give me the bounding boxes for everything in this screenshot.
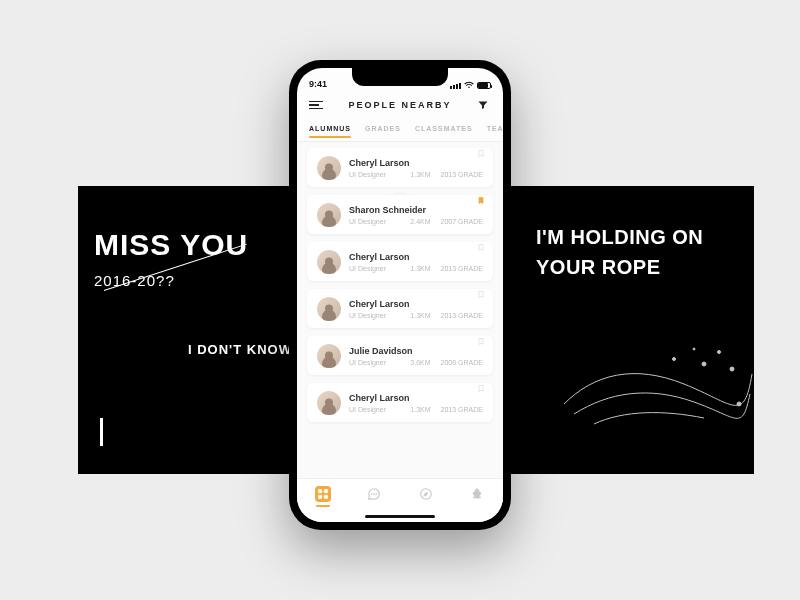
person-name: Cheryl Larson [349, 158, 483, 169]
club-icon [469, 486, 485, 502]
water-splash-graphic [554, 314, 754, 454]
avatar [317, 391, 341, 415]
person-role: UI Designer [349, 218, 386, 225]
person-role: UI Designer [349, 265, 386, 272]
tab-classmates[interactable]: CLASSMATES [415, 125, 473, 137]
svg-point-12 [376, 493, 377, 494]
avatar [317, 203, 341, 227]
avatar [317, 156, 341, 180]
grid-icon [315, 486, 331, 502]
person-name: Cheryl Larson [349, 299, 483, 310]
battery-icon [477, 82, 491, 89]
svg-point-10 [371, 493, 372, 494]
person-grade: 2013 GRADE [441, 406, 483, 413]
filter-button[interactable] [477, 98, 491, 112]
svg-point-5 [737, 402, 741, 406]
person-info: Cheryl LarsonUI Designer1.3KM2013 GRADE [349, 252, 483, 273]
promo-right-line2: YOUR ROPE [536, 256, 661, 279]
person-grade: 2013 GRADE [441, 312, 483, 319]
person-grade: 2007 GRADE [441, 218, 483, 225]
person-card[interactable]: Cheryl LarsonUI Designer1.3KM2013 GRADE [307, 242, 493, 281]
person-distance: 1.3KM [410, 406, 430, 413]
category-tabs: ALUMNUSGRADESCLASSMATESTEACHERS [297, 120, 503, 142]
person-card[interactable]: Cheryl LarsonUI Designer1.3KM2013 GRADE [307, 148, 493, 187]
bookmark-icon[interactable] [477, 195, 485, 206]
person-info: Cheryl LarsonUI Designer1.3KM2013 GRADE [349, 393, 483, 414]
person-role: UI Designer [349, 406, 386, 413]
tab-alumnus[interactable]: ALUMNUS [309, 125, 351, 137]
person-name: Cheryl Larson [349, 252, 483, 263]
person-distance: 1.3KM [410, 265, 430, 272]
nav-bar: PEOPLE NEARBY [297, 90, 503, 120]
svg-rect-9 [324, 495, 328, 499]
promo-left-sub: I DON'T KNOW [188, 342, 292, 357]
tabbar-grid-button[interactable] [313, 486, 333, 507]
svg-point-1 [718, 351, 721, 354]
compass-icon [418, 486, 434, 502]
chat-icon [366, 486, 382, 502]
avatar [317, 297, 341, 321]
phone-notch [352, 68, 448, 86]
promo-right-line1: I'M HOLDING ON [536, 226, 703, 249]
bookmark-icon[interactable] [477, 336, 485, 347]
person-name: Julie Davidson [349, 346, 483, 357]
tab-teachers[interactable]: TEACHERS [487, 125, 503, 137]
tabbar-compass-button[interactable] [416, 486, 436, 502]
svg-rect-7 [324, 489, 328, 493]
bookmark-icon[interactable] [477, 242, 485, 253]
person-name: Cheryl Larson [349, 393, 483, 404]
person-info: Cheryl LarsonUI Designer1.3KM2013 GRADE [349, 299, 483, 320]
person-role: UI Designer [349, 359, 386, 366]
bookmark-icon[interactable] [477, 383, 485, 394]
svg-rect-8 [318, 495, 322, 499]
svg-point-0 [702, 362, 706, 366]
person-name: Sharon Schneider [349, 205, 483, 216]
svg-point-4 [673, 358, 676, 361]
signal-icon [450, 83, 461, 89]
svg-point-11 [374, 493, 375, 494]
tabbar-chat-button[interactable] [364, 486, 384, 502]
avatar [317, 344, 341, 368]
tabbar-club-button[interactable] [467, 486, 487, 502]
svg-rect-6 [318, 489, 322, 493]
svg-point-2 [730, 367, 734, 371]
wifi-icon [464, 81, 474, 89]
person-grade: 2008 GRADE [441, 359, 483, 366]
text-cursor [100, 418, 103, 446]
page-title: PEOPLE NEARBY [348, 100, 451, 110]
avatar [317, 250, 341, 274]
phone-screen: 9:41 PEOPLE NEARBY ALUMNUSGRADESCLASSMAT… [297, 68, 503, 522]
bookmark-icon[interactable] [477, 148, 485, 159]
promo-panel-right: I'M HOLDING ON YOUR ROPE [474, 186, 754, 474]
phone-frame: 9:41 PEOPLE NEARBY ALUMNUSGRADESCLASSMAT… [289, 60, 511, 530]
person-card[interactable]: Cheryl LarsonUI Designer1.3KM2013 GRADE [307, 289, 493, 328]
person-distance: 1.3KM [410, 312, 430, 319]
person-info: Cheryl LarsonUI Designer1.3KM2013 GRADE [349, 158, 483, 179]
home-indicator[interactable] [365, 515, 435, 518]
bookmark-icon[interactable] [477, 289, 485, 300]
person-card[interactable]: Cheryl LarsonUI Designer1.3KM2013 GRADE [307, 383, 493, 422]
person-info: Julie DavidsonUI Designer3.6KM2008 GRADE [349, 346, 483, 367]
svg-point-3 [693, 348, 695, 350]
person-distance: 3.6KM [410, 359, 430, 366]
person-distance: 2.4KM [410, 218, 430, 225]
person-role: UI Designer [349, 312, 386, 319]
status-time: 9:41 [309, 79, 327, 89]
person-info: Sharon SchneiderUI Designer2.4KM2007 GRA… [349, 205, 483, 226]
person-distance: 1.3KM [410, 171, 430, 178]
person-grade: 2013 GRADE [441, 171, 483, 178]
menu-button[interactable] [309, 98, 323, 112]
people-list[interactable]: Cheryl LarsonUI Designer1.3KM2013 GRADES… [297, 142, 503, 478]
person-card[interactable]: Sharon SchneiderUI Designer2.4KM2007 GRA… [307, 195, 493, 234]
tab-grades[interactable]: GRADES [365, 125, 401, 137]
person-role: UI Designer [349, 171, 386, 178]
person-grade: 2013 GRADE [441, 265, 483, 272]
promo-left-headline: MISS YOU [94, 228, 248, 262]
status-icons [450, 81, 491, 89]
person-card[interactable]: Julie DavidsonUI Designer3.6KM2008 GRADE [307, 336, 493, 375]
